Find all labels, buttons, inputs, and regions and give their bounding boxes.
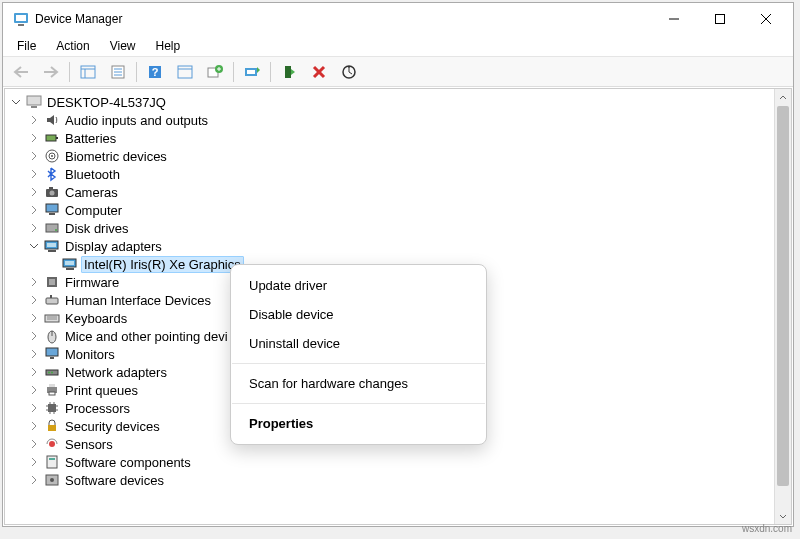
svg-rect-23	[247, 70, 255, 74]
svg-point-61	[51, 372, 53, 374]
collapse-icon[interactable]	[27, 239, 41, 253]
expand-icon[interactable]	[27, 419, 41, 433]
svg-rect-47	[66, 268, 74, 270]
svg-rect-4	[716, 15, 725, 24]
svg-rect-1	[16, 15, 26, 21]
battery-icon	[44, 130, 60, 146]
scroll-thumb[interactable]	[777, 106, 789, 486]
expand-icon[interactable]	[27, 329, 41, 343]
tree-root[interactable]: DESKTOP-4L537JQ	[5, 93, 774, 111]
display-adapter-icon	[62, 256, 78, 272]
maximize-button[interactable]	[697, 4, 743, 34]
category-label: Display adapters	[63, 239, 164, 254]
tree-category[interactable]: Computer	[5, 201, 774, 219]
svg-rect-50	[46, 298, 58, 304]
expand-icon[interactable]	[27, 365, 41, 379]
show-hide-console-button[interactable]	[74, 60, 102, 84]
enable-device-button[interactable]	[275, 60, 303, 84]
scan-hardware-button[interactable]	[335, 60, 363, 84]
window-title: Device Manager	[35, 12, 651, 26]
category-label: Biometric devices	[63, 149, 169, 164]
svg-rect-65	[48, 404, 56, 412]
menu-file[interactable]: File	[7, 37, 46, 55]
scroll-up-button[interactable]	[775, 89, 791, 106]
vertical-scrollbar[interactable]	[774, 89, 791, 524]
svg-rect-39	[49, 213, 55, 215]
back-button[interactable]	[7, 60, 35, 84]
expand-icon[interactable]	[27, 401, 41, 415]
expand-icon[interactable]	[27, 311, 41, 325]
network-icon	[44, 364, 60, 380]
expand-icon[interactable]	[27, 185, 41, 199]
expand-icon[interactable]	[27, 149, 41, 163]
firmware-icon	[44, 274, 60, 290]
scroll-down-button[interactable]	[775, 507, 791, 524]
action-button[interactable]	[171, 60, 199, 84]
expand-icon[interactable]	[27, 167, 41, 181]
update-driver-button[interactable]	[238, 60, 266, 84]
help-button[interactable]: ?	[141, 60, 169, 84]
category-label: Bluetooth	[63, 167, 122, 182]
properties-button[interactable]	[104, 60, 132, 84]
svg-rect-77	[49, 458, 55, 460]
category-label: Cameras	[63, 185, 120, 200]
minimize-button[interactable]	[651, 4, 697, 34]
uninstall-device-button[interactable]	[305, 60, 333, 84]
expand-icon[interactable]	[27, 437, 41, 451]
tree-category-display-adapters[interactable]: Display adapters	[5, 237, 774, 255]
camera-icon	[44, 184, 60, 200]
svg-point-79	[50, 478, 54, 482]
expand-icon[interactable]	[27, 221, 41, 235]
expand-icon[interactable]	[27, 203, 41, 217]
svg-rect-31	[56, 137, 58, 139]
context-scan-hardware[interactable]: Scan for hardware changes	[231, 369, 486, 398]
add-hardware-button[interactable]	[201, 60, 229, 84]
svg-rect-24	[285, 66, 291, 78]
category-label: Sensors	[63, 437, 115, 452]
context-uninstall-device[interactable]: Uninstall device	[231, 329, 486, 358]
root-label: DESKTOP-4L537JQ	[45, 95, 168, 110]
expand-icon[interactable]	[27, 113, 41, 127]
svg-point-60	[48, 372, 50, 374]
svg-point-36	[50, 191, 55, 196]
hid-icon	[44, 292, 60, 308]
printer-icon	[44, 382, 60, 398]
category-label: Batteries	[63, 131, 118, 146]
forward-button[interactable]	[37, 60, 65, 84]
expand-icon[interactable]	[27, 347, 41, 361]
security-icon	[44, 418, 60, 434]
category-label: Monitors	[63, 347, 117, 362]
tree-category[interactable]: Audio inputs and outputs	[5, 111, 774, 129]
tree-category[interactable]: Biometric devices	[5, 147, 774, 165]
expand-icon[interactable]	[27, 131, 41, 145]
context-update-driver[interactable]: Update driver	[231, 271, 486, 300]
svg-rect-51	[50, 295, 52, 298]
expand-icon[interactable]	[27, 455, 41, 469]
collapse-icon[interactable]	[9, 95, 23, 109]
category-label: Processors	[63, 401, 132, 416]
svg-rect-58	[50, 357, 54, 359]
expand-icon[interactable]	[27, 383, 41, 397]
menu-action[interactable]: Action	[46, 37, 99, 55]
category-label: Software components	[63, 455, 193, 470]
processor-icon	[44, 400, 60, 416]
monitor-icon	[44, 346, 60, 362]
expand-icon[interactable]	[27, 293, 41, 307]
tree-category[interactable]: Batteries	[5, 129, 774, 147]
scroll-track[interactable]	[775, 106, 791, 507]
category-label: Security devices	[63, 419, 162, 434]
tree-category[interactable]: Cameras	[5, 183, 774, 201]
computer-icon	[44, 202, 60, 218]
context-properties[interactable]: Properties	[231, 409, 486, 438]
expand-icon[interactable]	[27, 275, 41, 289]
expand-icon[interactable]	[27, 473, 41, 487]
context-disable-device[interactable]: Disable device	[231, 300, 486, 329]
close-button[interactable]	[743, 4, 789, 34]
menu-help[interactable]: Help	[146, 37, 191, 55]
svg-rect-44	[48, 250, 56, 252]
tree-category[interactable]: Disk drives	[5, 219, 774, 237]
tree-category[interactable]: Bluetooth	[5, 165, 774, 183]
menu-view[interactable]: View	[100, 37, 146, 55]
tree-category[interactable]: Software devices	[5, 471, 774, 489]
tree-category[interactable]: Software components	[5, 453, 774, 471]
